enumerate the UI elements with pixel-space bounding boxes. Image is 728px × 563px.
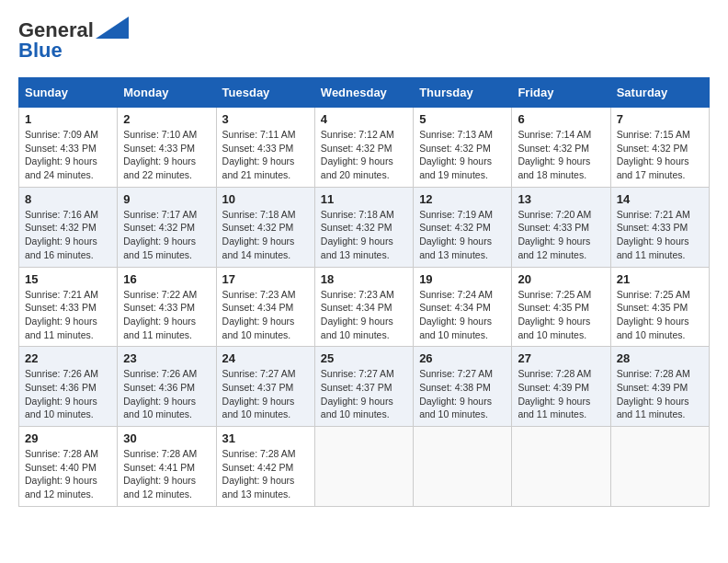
empty-cell bbox=[610, 427, 709, 507]
day-number-2: 2 bbox=[123, 112, 210, 126]
col-header-friday: Friday bbox=[512, 78, 610, 108]
day-info-19: Sunrise: 7:24 AMSunset: 4:34 PMDaylight:… bbox=[419, 288, 506, 342]
day-number-9: 9 bbox=[123, 192, 210, 206]
header: General Blue bbox=[18, 18, 710, 63]
day-number-17: 17 bbox=[222, 272, 309, 286]
day-info-21: Sunrise: 7:25 AMSunset: 4:35 PMDaylight:… bbox=[617, 288, 703, 342]
day-cell-22: 22Sunrise: 7:26 AMSunset: 4:36 PMDayligh… bbox=[19, 347, 118, 427]
day-number-21: 21 bbox=[617, 272, 703, 286]
day-cell-20: 20Sunrise: 7:25 AMSunset: 4:35 PMDayligh… bbox=[512, 267, 610, 347]
day-info-20: Sunrise: 7:25 AMSunset: 4:35 PMDaylight:… bbox=[518, 288, 604, 342]
day-info-11: Sunrise: 7:18 AMSunset: 4:32 PMDaylight:… bbox=[321, 208, 407, 262]
day-info-13: Sunrise: 7:20 AMSunset: 4:33 PMDaylight:… bbox=[518, 208, 604, 262]
day-cell-31: 31Sunrise: 7:28 AMSunset: 4:42 PMDayligh… bbox=[216, 427, 314, 507]
day-info-15: Sunrise: 7:21 AMSunset: 4:33 PMDaylight:… bbox=[25, 288, 111, 342]
day-cell-13: 13Sunrise: 7:20 AMSunset: 4:33 PMDayligh… bbox=[512, 187, 610, 267]
col-header-tuesday: Tuesday bbox=[216, 78, 314, 108]
empty-cell bbox=[512, 427, 610, 507]
day-number-1: 1 bbox=[25, 112, 111, 126]
day-cell-27: 27Sunrise: 7:28 AMSunset: 4:39 PMDayligh… bbox=[512, 347, 610, 427]
day-info-7: Sunrise: 7:15 AMSunset: 4:32 PMDaylight:… bbox=[617, 128, 703, 182]
day-number-13: 13 bbox=[518, 192, 604, 206]
day-info-31: Sunrise: 7:28 AMSunset: 4:42 PMDaylight:… bbox=[222, 447, 309, 501]
empty-cell bbox=[314, 427, 413, 507]
day-number-7: 7 bbox=[617, 112, 703, 126]
day-number-14: 14 bbox=[617, 192, 703, 206]
day-info-5: Sunrise: 7:13 AMSunset: 4:32 PMDaylight:… bbox=[419, 128, 506, 182]
day-cell-2: 2Sunrise: 7:10 AMSunset: 4:33 PMDaylight… bbox=[118, 108, 216, 188]
day-info-27: Sunrise: 7:28 AMSunset: 4:39 PMDaylight:… bbox=[518, 367, 604, 421]
day-number-11: 11 bbox=[321, 192, 407, 206]
day-cell-26: 26Sunrise: 7:27 AMSunset: 4:38 PMDayligh… bbox=[414, 347, 512, 427]
day-cell-9: 9Sunrise: 7:17 AMSunset: 4:32 PMDaylight… bbox=[118, 187, 216, 267]
day-number-19: 19 bbox=[419, 272, 506, 286]
day-info-24: Sunrise: 7:27 AMSunset: 4:37 PMDaylight:… bbox=[222, 367, 309, 421]
day-number-26: 26 bbox=[419, 351, 506, 365]
day-info-23: Sunrise: 7:26 AMSunset: 4:36 PMDaylight:… bbox=[123, 367, 210, 421]
day-cell-4: 4Sunrise: 7:12 AMSunset: 4:32 PMDaylight… bbox=[314, 108, 413, 188]
day-info-30: Sunrise: 7:28 AMSunset: 4:41 PMDaylight:… bbox=[123, 447, 210, 501]
col-header-sunday: Sunday bbox=[19, 78, 118, 108]
day-info-16: Sunrise: 7:22 AMSunset: 4:33 PMDaylight:… bbox=[123, 288, 210, 342]
empty-cell bbox=[414, 427, 512, 507]
day-cell-19: 19Sunrise: 7:24 AMSunset: 4:34 PMDayligh… bbox=[414, 267, 512, 347]
col-header-saturday: Saturday bbox=[610, 78, 709, 108]
day-cell-14: 14Sunrise: 7:21 AMSunset: 4:33 PMDayligh… bbox=[610, 187, 709, 267]
day-cell-12: 12Sunrise: 7:19 AMSunset: 4:32 PMDayligh… bbox=[414, 187, 512, 267]
day-info-10: Sunrise: 7:18 AMSunset: 4:32 PMDaylight:… bbox=[222, 208, 309, 262]
header-row: SundayMondayTuesdayWednesdayThursdayFrid… bbox=[19, 78, 710, 108]
day-number-31: 31 bbox=[222, 431, 309, 445]
day-cell-16: 16Sunrise: 7:22 AMSunset: 4:33 PMDayligh… bbox=[118, 267, 216, 347]
day-info-4: Sunrise: 7:12 AMSunset: 4:32 PMDaylight:… bbox=[321, 128, 407, 182]
day-cell-6: 6Sunrise: 7:14 AMSunset: 4:32 PMDaylight… bbox=[512, 108, 610, 188]
day-number-20: 20 bbox=[518, 272, 604, 286]
day-cell-3: 3Sunrise: 7:11 AMSunset: 4:33 PMDaylight… bbox=[216, 108, 314, 188]
day-cell-5: 5Sunrise: 7:13 AMSunset: 4:32 PMDaylight… bbox=[414, 108, 512, 188]
logo: General Blue bbox=[18, 18, 129, 63]
day-cell-17: 17Sunrise: 7:23 AMSunset: 4:34 PMDayligh… bbox=[216, 267, 314, 347]
week-row-3: 15Sunrise: 7:21 AMSunset: 4:33 PMDayligh… bbox=[19, 267, 710, 347]
day-number-28: 28 bbox=[617, 351, 703, 365]
day-cell-28: 28Sunrise: 7:28 AMSunset: 4:39 PMDayligh… bbox=[610, 347, 709, 427]
day-cell-7: 7Sunrise: 7:15 AMSunset: 4:32 PMDaylight… bbox=[610, 108, 709, 188]
day-cell-8: 8Sunrise: 7:16 AMSunset: 4:32 PMDaylight… bbox=[19, 187, 118, 267]
day-cell-18: 18Sunrise: 7:23 AMSunset: 4:34 PMDayligh… bbox=[314, 267, 413, 347]
week-row-2: 8Sunrise: 7:16 AMSunset: 4:32 PMDaylight… bbox=[19, 187, 710, 267]
day-info-18: Sunrise: 7:23 AMSunset: 4:34 PMDaylight:… bbox=[321, 288, 407, 342]
svg-marker-0 bbox=[96, 17, 129, 39]
day-info-26: Sunrise: 7:27 AMSunset: 4:38 PMDaylight:… bbox=[419, 367, 506, 421]
day-info-8: Sunrise: 7:16 AMSunset: 4:32 PMDaylight:… bbox=[25, 208, 111, 262]
day-cell-21: 21Sunrise: 7:25 AMSunset: 4:35 PMDayligh… bbox=[610, 267, 709, 347]
day-cell-1: 1Sunrise: 7:09 AMSunset: 4:33 PMDaylight… bbox=[19, 108, 118, 188]
day-number-22: 22 bbox=[25, 351, 111, 365]
day-info-29: Sunrise: 7:28 AMSunset: 4:40 PMDaylight:… bbox=[25, 447, 111, 501]
day-number-18: 18 bbox=[321, 272, 407, 286]
day-cell-25: 25Sunrise: 7:27 AMSunset: 4:37 PMDayligh… bbox=[314, 347, 413, 427]
week-row-5: 29Sunrise: 7:28 AMSunset: 4:40 PMDayligh… bbox=[19, 427, 710, 507]
day-info-9: Sunrise: 7:17 AMSunset: 4:32 PMDaylight:… bbox=[123, 208, 210, 262]
day-number-4: 4 bbox=[321, 112, 407, 126]
day-info-17: Sunrise: 7:23 AMSunset: 4:34 PMDaylight:… bbox=[222, 288, 309, 342]
day-number-25: 25 bbox=[321, 351, 407, 365]
day-number-8: 8 bbox=[25, 192, 111, 206]
day-cell-10: 10Sunrise: 7:18 AMSunset: 4:32 PMDayligh… bbox=[216, 187, 314, 267]
day-number-6: 6 bbox=[518, 112, 604, 126]
day-number-3: 3 bbox=[222, 112, 309, 126]
day-number-16: 16 bbox=[123, 272, 210, 286]
col-header-thursday: Thursday bbox=[414, 78, 512, 108]
day-number-24: 24 bbox=[222, 351, 309, 365]
day-cell-30: 30Sunrise: 7:28 AMSunset: 4:41 PMDayligh… bbox=[118, 427, 216, 507]
week-row-1: 1Sunrise: 7:09 AMSunset: 4:33 PMDaylight… bbox=[19, 108, 710, 188]
day-number-5: 5 bbox=[419, 112, 506, 126]
day-info-2: Sunrise: 7:10 AMSunset: 4:33 PMDaylight:… bbox=[123, 128, 210, 182]
day-info-3: Sunrise: 7:11 AMSunset: 4:33 PMDaylight:… bbox=[222, 128, 309, 182]
day-info-1: Sunrise: 7:09 AMSunset: 4:33 PMDaylight:… bbox=[25, 128, 111, 182]
day-cell-24: 24Sunrise: 7:27 AMSunset: 4:37 PMDayligh… bbox=[216, 347, 314, 427]
day-cell-23: 23Sunrise: 7:26 AMSunset: 4:36 PMDayligh… bbox=[118, 347, 216, 427]
logo-icon bbox=[96, 17, 129, 39]
day-info-22: Sunrise: 7:26 AMSunset: 4:36 PMDaylight:… bbox=[25, 367, 111, 421]
col-header-wednesday: Wednesday bbox=[314, 78, 413, 108]
day-cell-29: 29Sunrise: 7:28 AMSunset: 4:40 PMDayligh… bbox=[19, 427, 118, 507]
day-number-29: 29 bbox=[25, 431, 111, 445]
day-info-12: Sunrise: 7:19 AMSunset: 4:32 PMDaylight:… bbox=[419, 208, 506, 262]
